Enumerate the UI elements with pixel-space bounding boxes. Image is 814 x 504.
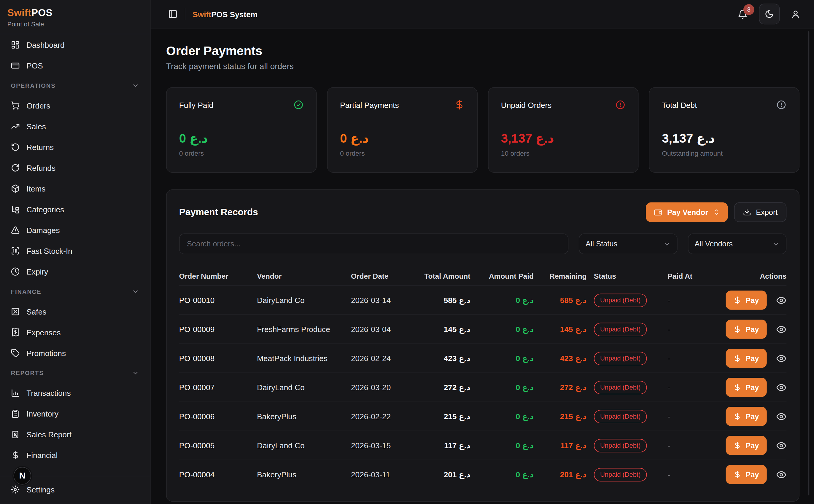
- summary-card-fully-paid: Fully Paid0 د.ع0 orders: [166, 87, 317, 173]
- sidebar-item-items[interactable]: Items: [6, 178, 144, 199]
- sidebar-item-label: Sales: [26, 122, 46, 130]
- notifications-button[interactable]: 3: [738, 9, 748, 19]
- sidebar-item-sales-report[interactable]: Sales Report: [6, 424, 144, 445]
- sidebar-item-dashboard[interactable]: Dashboard: [6, 34, 144, 55]
- export-label: Export: [756, 208, 778, 216]
- cell-amount-paid: 0 د.ع: [478, 383, 534, 392]
- sidebar-item-promotions[interactable]: Promotions: [6, 342, 144, 363]
- pay-label: Pay: [746, 354, 759, 362]
- cell-paid-at: -: [668, 325, 709, 334]
- sidebar-item-fast-stock-in[interactable]: Fast Stock-In: [6, 240, 144, 261]
- sidebar-item-orders[interactable]: Orders: [6, 95, 144, 116]
- chevron-down-icon: [132, 369, 139, 377]
- table-row: PO-00005DairyLand Co2026-03-15117 د.ع0 د…: [179, 431, 787, 460]
- brand-title-accent: Swift: [7, 7, 31, 18]
- theme-toggle-button[interactable]: [759, 4, 780, 24]
- pay-vendor-button[interactable]: Pay Vendor: [646, 202, 728, 222]
- sidebar-item-damages[interactable]: Damages: [6, 219, 144, 240]
- cell-total-amount: 423 د.ع: [419, 354, 471, 363]
- sidebar-item-label: Financial: [26, 451, 58, 460]
- view-button[interactable]: [776, 411, 786, 422]
- sidebar-item-label: Orders: [26, 101, 50, 110]
- sidebar-item-expenses[interactable]: Expenses: [6, 322, 144, 342]
- search-input[interactable]: [179, 234, 569, 254]
- status-filter-select[interactable]: All Status: [579, 234, 678, 254]
- sidebar-section-reports[interactable]: REPORTS: [6, 363, 144, 382]
- card-subtext: 10 orders: [501, 149, 626, 157]
- sidebar-item-sales[interactable]: Sales: [6, 116, 144, 136]
- summary-cards: Fully Paid0 د.ع0 ordersPartial Payments0…: [166, 87, 799, 173]
- view-button[interactable]: [776, 295, 786, 305]
- eye-icon: [776, 440, 786, 451]
- pay-button[interactable]: Pay: [726, 320, 767, 339]
- card-value: 0 د.ع: [340, 131, 465, 146]
- pay-button[interactable]: Pay: [726, 291, 767, 310]
- cell-order-date: 2026-03-14: [351, 296, 411, 305]
- credit-card-icon: [11, 61, 20, 70]
- sidebar-section-operations[interactable]: OPERATIONS: [6, 76, 144, 95]
- view-button[interactable]: [776, 469, 786, 480]
- topbar-actions: 3: [738, 4, 801, 24]
- pay-button[interactable]: Pay: [726, 407, 767, 426]
- cell-remaining: 272 د.ع: [541, 383, 587, 392]
- cell-order-number: PO-00008: [179, 354, 250, 363]
- table-row: PO-00004BakeryPlus2026-03-11201 د.ع0 د.ع…: [179, 460, 787, 489]
- sidebar-item-financial[interactable]: Financial: [6, 445, 144, 465]
- dollar-icon: [734, 470, 741, 478]
- sidebar-section-finance[interactable]: FINANCE: [6, 282, 144, 301]
- download-icon: [743, 208, 751, 216]
- cell-actions: Pay: [716, 291, 786, 310]
- sidebar-item-label: Fast Stock-In: [26, 246, 72, 255]
- pay-button[interactable]: Pay: [726, 349, 767, 368]
- brand-title: SwiftPOS: [7, 7, 142, 19]
- card-value: 3,137 د.ع: [501, 131, 626, 146]
- cell-vendor: DairyLand Co: [257, 383, 343, 392]
- sidebar-item-expiry[interactable]: Expiry: [6, 261, 144, 282]
- sidebar-item-label: Returns: [26, 142, 54, 151]
- user-menu-button[interactable]: [791, 9, 800, 19]
- status-badge: Unpaid (Debt): [594, 294, 647, 307]
- cell-paid-at: -: [668, 354, 709, 363]
- vendor-filter-select[interactable]: All Vendors: [688, 234, 787, 254]
- tag-icon: [11, 348, 20, 357]
- cell-status: Unpaid (Debt): [594, 439, 660, 452]
- column-header-actions: Actions: [716, 272, 786, 280]
- alert-circle-icon: [776, 100, 786, 110]
- sidebar-item-returns[interactable]: Returns: [6, 136, 144, 157]
- pay-button[interactable]: Pay: [726, 436, 767, 455]
- cell-status: Unpaid (Debt): [594, 294, 660, 307]
- sidebar-item-label: POS: [26, 61, 43, 70]
- sidebar-item-inventory[interactable]: Inventory: [6, 403, 144, 424]
- cell-order-number: PO-00007: [179, 383, 250, 392]
- cell-amount-paid: 0 د.ع: [478, 354, 534, 363]
- cell-amount-paid: 0 د.ع: [478, 441, 534, 450]
- pay-button[interactable]: Pay: [726, 378, 767, 397]
- view-button[interactable]: [776, 382, 786, 393]
- page-title: Order Payments: [166, 44, 799, 58]
- sidebar-item-categories[interactable]: Categories: [6, 199, 144, 219]
- card-title: Partial Payments: [340, 101, 399, 109]
- dev-tools-badge[interactable]: N: [14, 467, 31, 485]
- pay-button[interactable]: Pay: [726, 465, 767, 484]
- sidebar-section-label: OPERATIONS: [11, 82, 56, 88]
- cell-status: Unpaid (Debt): [594, 410, 660, 423]
- cell-total-amount: 117 د.ع: [419, 441, 471, 450]
- scrollbar[interactable]: [808, 31, 810, 495]
- cell-remaining: 117 د.ع: [541, 441, 587, 450]
- status-badge: Unpaid (Debt): [594, 323, 647, 336]
- view-button[interactable]: [776, 324, 786, 334]
- view-button[interactable]: [776, 440, 786, 451]
- sidebar-item-refunds[interactable]: Refunds: [6, 157, 144, 178]
- sidebar-section-label: REPORTS: [11, 370, 44, 376]
- sidebar-item-transactions[interactable]: Transactions: [6, 382, 144, 403]
- sidebar-item-safes[interactable]: Safes: [6, 301, 144, 322]
- view-button[interactable]: [776, 353, 786, 363]
- export-button[interactable]: Export: [734, 202, 787, 222]
- cell-remaining: 585 د.ع: [541, 296, 587, 305]
- card-subtext: 0 orders: [340, 149, 465, 157]
- cell-order-number: PO-00009: [179, 325, 250, 334]
- pay-label: Pay: [746, 325, 759, 333]
- sidebar-toggle-button[interactable]: [168, 9, 178, 19]
- sidebar-item-pos[interactable]: POS: [6, 55, 144, 76]
- eye-icon: [776, 382, 786, 393]
